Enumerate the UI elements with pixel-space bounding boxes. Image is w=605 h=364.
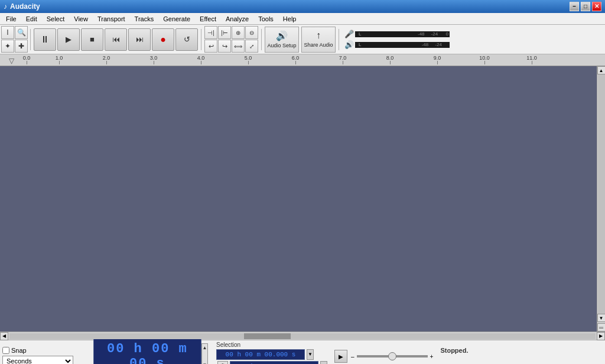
ruler-mark-9: 9.0 [414,55,461,64]
scroll-left-button[interactable]: ◀ [0,332,8,340]
menu-tools[interactable]: Tools [253,14,278,24]
selection-start-dropdown[interactable]: ▼ [307,349,314,360]
timeline-ruler: ▽ 0.0 1.0 2.0 3.0 4.0 5.0 6.0 7.0 8.0 9.… [0,54,605,66]
menu-analyze[interactable]: Analyze [221,14,253,24]
zoom-tool-button[interactable]: 🔍 [15,26,28,39]
audio-setup-label: Audio Setup [267,43,296,49]
title-bar-left: ♪ Audacity [4,2,40,11]
selection-start-row: 00 h 00 m 00.000 s ▼ [216,349,327,360]
share-audio-label: Share Audio [304,42,333,48]
content-wrapper: ▲ ▼ ═ [0,66,605,332]
loop-button[interactable]: ↺ [175,28,198,51]
zoom-out-button[interactable]: ⊖ [245,26,258,39]
scroll-right-button[interactable]: ▶ [597,332,605,340]
silence-tool-button[interactable]: |⊢ [218,26,231,39]
scroll-up-button[interactable]: ▲ [597,66,606,74]
ruler-mark-3: 3.0 [130,55,177,64]
share-audio-icon: ↑ [316,30,321,41]
menu-help[interactable]: Help [278,14,301,24]
sep2 [201,29,201,50]
maximize-button[interactable]: □ [581,2,590,11]
close-button[interactable]: ✕ [592,2,601,11]
ruler-mark-2: 2.0 [83,55,130,64]
ruler-mark-11: 11.0 [508,55,555,64]
skip-end-button[interactable]: ⏭ [128,28,151,51]
menu-file[interactable]: File [1,14,21,24]
snap-checkbox[interactable] [2,347,9,354]
redo-button[interactable]: ↪ [218,40,231,53]
ruler-mark-5: 5.0 [225,55,272,64]
zoom-in-button[interactable]: ⊕ [232,26,245,39]
selection-end-time: 00 h 00 m 00.000 s [230,361,318,365]
selection-gear-button[interactable]: ⚙ [217,361,228,365]
sep1 [30,29,31,50]
main-track-area [0,66,597,332]
snap-checkbox-row: Snap [2,347,90,354]
app-icon: ♪ [4,2,7,11]
playhead-arrow: ▽ [9,57,14,65]
menu-view[interactable]: View [69,14,93,24]
vu-meters: 🎤 L -48 -24 0 🔊 L -48 -24 [342,28,452,51]
menu-transport[interactable]: Transport [93,14,130,24]
selection-end-dropdown[interactable]: ▼ [320,361,327,365]
ruler-mark-1: 1.0 [35,55,83,64]
record-meter-row: 🎤 L -48 -24 0 [344,30,450,38]
edit-tool-group: I ✦ 🔍 ✚ [1,26,27,53]
audio-setup-icon: 🔊 [276,30,288,41]
audio-setup-button[interactable]: 🔊 Audio Setup [265,27,299,53]
ruler-mark-10: 10.0 [461,55,508,64]
trim-tool-button[interactable]: ⊣| [204,26,217,39]
multi-tool-button[interactable]: ✚ [15,40,28,53]
menu-effect[interactable]: Effect [195,14,221,24]
record-button[interactable]: ● [152,28,174,51]
selection-end-row: ⚙ 00 h 00 m 00.000 s ▼ [216,361,327,365]
fit-view-button[interactable]: ⤢ [245,40,258,53]
envelope-tool-button[interactable]: ✦ [1,40,14,53]
selection-section: Selection 00 h 00 m 00.000 s ▼ ⚙ 00 h 00… [216,342,327,365]
skip-start-button[interactable]: ⏮ [105,28,127,51]
resize-handle[interactable]: ═ [597,323,606,332]
title-bar-controls: – □ ✕ [570,2,601,11]
menu-select[interactable]: Select [42,14,70,24]
scroll-down-button[interactable]: ▼ [597,314,606,322]
snap-dropdown-row: Seconds Milliseconds Minutes CDDA frames [2,356,90,365]
undo-button[interactable]: ↩ [204,40,217,53]
bottom-play-button[interactable]: ▶ [334,350,347,363]
play-button[interactable]: ▶ [57,28,80,51]
fit-project-button[interactable]: ⟺ [232,40,245,53]
ruler-mark-6: 6.0 [272,55,319,64]
playback-meter-bar: L -48 -24 [355,42,450,48]
snap-zoom-group: ⊣| |⊢ ⊕ ⊖ ↩ ↪ ⟺ ⤢ [204,26,258,53]
share-audio-button[interactable]: ↑ Share Audio [301,27,336,53]
playback-meter-icon: 🔊 [344,40,354,49]
speed-max-label: + [430,353,434,360]
speed-slider[interactable] [357,355,428,358]
sep3 [261,29,262,50]
time-scroll-button[interactable]: ▲ ▼ [201,343,208,364]
menu-generate[interactable]: Generate [158,14,195,24]
stop-button[interactable]: ■ [81,28,103,51]
sep4 [339,29,339,50]
snap-section: Snap Seconds Milliseconds Minutes CDDA f… [2,347,90,365]
app-title: Audacity [10,2,40,11]
pause-button[interactable]: ⏸ [34,28,56,51]
scroll-track-right [598,74,605,314]
playback-meter-row: 🔊 L -48 -24 [344,41,450,49]
seconds-select[interactable]: Seconds Milliseconds Minutes CDDA frames [2,356,73,365]
ruler-marks: 0.0 1.0 2.0 3.0 4.0 5.0 6.0 7.0 8.0 9.0 … [0,55,555,64]
h-scroll-thumb[interactable] [244,333,291,339]
minimize-button[interactable]: – [570,2,579,11]
ruler-mark-0: 0.0 [18,55,35,64]
menu-edit[interactable]: Edit [21,14,42,24]
status-text: Stopped. [440,347,468,354]
bottom-bar: Snap Seconds Milliseconds Minutes CDDA f… [0,340,605,364]
speed-min-label: – [351,353,354,360]
snap-label: Snap [11,347,27,354]
selection-tool-button[interactable]: I [1,26,14,39]
toolbar-area: I ✦ 🔍 ✚ ⏸ ▶ ■ ⏮ ⏭ ● ↺ ⊣| |⊢ ⊕ ⊖ ↩ ↪ ⟺ ⤢ … [0,25,605,54]
menu-tracks[interactable]: Tracks [130,14,159,24]
ruler-mark-8: 8.0 [366,55,414,64]
title-bar: ♪ Audacity – □ ✕ [0,0,605,13]
record-meter-bar: L -48 -24 0 [355,31,450,37]
transport-group: ⏸ ▶ ■ ⏮ ⏭ ● ↺ [34,28,198,51]
